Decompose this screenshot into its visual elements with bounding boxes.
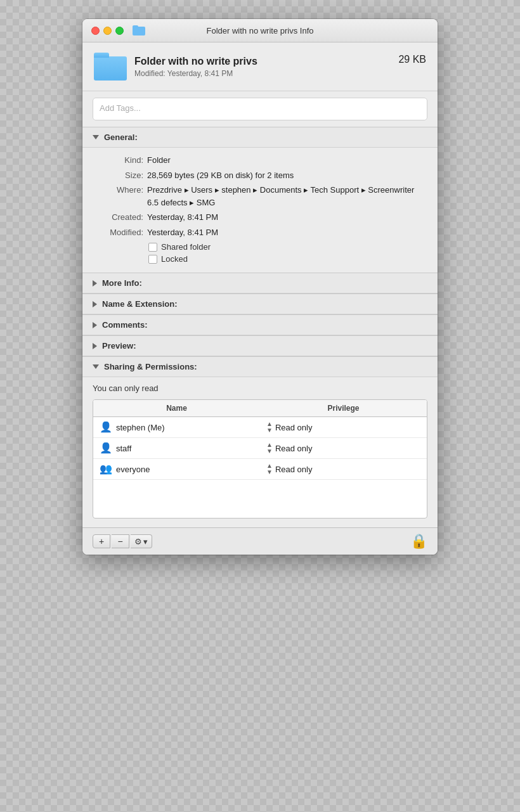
sharing-notice: You can only read bbox=[93, 383, 427, 393]
row-name-staff: 👤 staff bbox=[93, 439, 260, 457]
created-label: Created: bbox=[93, 211, 143, 224]
everyone-privilege: Read only bbox=[275, 465, 313, 474]
row-name-everyone: 👥 everyone bbox=[93, 460, 260, 478]
col-privilege-header: Privilege bbox=[260, 400, 427, 416]
single-user-icon: 👤 bbox=[100, 422, 112, 432]
bottom-toolbar: + − ⚙ ▾ 🔒 bbox=[82, 527, 438, 555]
stephen-name: stephen (Me) bbox=[116, 423, 165, 432]
general-section: General: Kind: Folder Size: 28,569 bytes… bbox=[82, 127, 438, 273]
title-bar: Folder with no write privs Info bbox=[82, 19, 438, 42]
comments-section: Comments: bbox=[82, 314, 438, 335]
chevron-down-icon: ▾ bbox=[143, 537, 148, 546]
tags-area[interactable]: Add Tags... bbox=[93, 98, 427, 120]
kind-label: Kind: bbox=[93, 154, 143, 167]
general-content: Kind: Folder Size: 28,569 bytes (29 KB o… bbox=[82, 148, 438, 273]
file-header: Folder with no write privs Modified: Yes… bbox=[82, 42, 438, 91]
traffic-lights bbox=[91, 27, 124, 35]
table-row[interactable]: 👥 everyone ▲▼ Read only bbox=[93, 459, 427, 480]
sharing-section: Sharing & Permissions: You can only read… bbox=[82, 356, 438, 527]
permissions-table: Name Privilege 👤 stephen (Me) ▲▼ bbox=[93, 399, 427, 519]
more-info-chevron-icon bbox=[93, 280, 97, 287]
comments-label: Comments: bbox=[102, 320, 148, 330]
locked-label: Locked bbox=[161, 254, 188, 264]
window-title: Folder with no write privs Info bbox=[206, 26, 313, 35]
where-row: Where: Prezdrive ▸ Users ▸ stephen ▸ Doc… bbox=[93, 184, 427, 209]
modified-value: Yesterday, 8:41 PM bbox=[147, 226, 427, 239]
finder-info-window: Folder with no write privs Info Folder w… bbox=[82, 19, 438, 555]
comments-header[interactable]: Comments: bbox=[82, 315, 438, 335]
general-chevron-icon bbox=[93, 135, 99, 139]
kind-value: Folder bbox=[147, 154, 427, 167]
name-extension-chevron-icon bbox=[93, 301, 97, 307]
preview-chevron-icon bbox=[93, 343, 97, 349]
everyone-name: everyone bbox=[116, 465, 150, 474]
modified-label: Modified: bbox=[134, 69, 166, 78]
name-extension-label: Name & Extension: bbox=[102, 299, 177, 309]
where-value: Prezdrive ▸ Users ▸ stephen ▸ Documents … bbox=[147, 184, 427, 209]
maximize-button[interactable] bbox=[115, 27, 124, 35]
shared-folder-checkbox[interactable] bbox=[148, 243, 157, 252]
modified-label: Modified: bbox=[93, 226, 143, 239]
col-name-header: Name bbox=[93, 400, 260, 416]
close-button[interactable] bbox=[91, 27, 100, 35]
table-header: Name Privilege bbox=[93, 400, 427, 417]
created-value: Yesterday, 8:41 PM bbox=[147, 211, 427, 224]
general-label: General: bbox=[104, 132, 138, 142]
add-user-button[interactable]: + bbox=[93, 534, 110, 548]
table-row[interactable]: 👤 staff ▲▼ Read only bbox=[93, 438, 427, 459]
gear-icon: ⚙ bbox=[134, 537, 142, 546]
row-privilege-everyone[interactable]: ▲▼ Read only bbox=[260, 459, 427, 479]
lock-icon[interactable]: 🔒 bbox=[410, 533, 427, 550]
table-empty-space bbox=[93, 480, 427, 518]
file-size: 29 KB bbox=[398, 54, 426, 65]
row-name-stephen: 👤 stephen (Me) bbox=[93, 418, 260, 436]
single-user-icon: 👤 bbox=[100, 443, 112, 453]
preview-section: Preview: bbox=[82, 335, 438, 356]
window-folder-icon bbox=[133, 25, 145, 35]
more-info-section: More Info: bbox=[82, 273, 438, 293]
file-info: Folder with no write privs Modified: Yes… bbox=[134, 55, 391, 77]
preview-header[interactable]: Preview: bbox=[82, 336, 438, 356]
row-privilege-staff[interactable]: ▲▼ Read only bbox=[260, 438, 427, 458]
locked-checkbox[interactable] bbox=[148, 255, 157, 264]
row-privilege-stephen[interactable]: ▲▼ Read only bbox=[260, 417, 427, 437]
multi-user-icon: 👥 bbox=[100, 464, 112, 474]
stepper-arrows-icon: ▲▼ bbox=[266, 463, 273, 475]
locked-row: Locked bbox=[148, 254, 427, 264]
name-extension-header[interactable]: Name & Extension: bbox=[82, 294, 438, 314]
shared-folder-row: Shared folder bbox=[148, 242, 427, 252]
kind-row: Kind: Folder bbox=[93, 154, 427, 167]
stephen-privilege: Read only bbox=[275, 423, 313, 432]
table-row[interactable]: 👤 stephen (Me) ▲▼ Read only bbox=[93, 417, 427, 438]
more-info-header[interactable]: More Info: bbox=[82, 273, 438, 293]
size-row: Size: 28,569 bytes (29 KB on disk) for 2… bbox=[93, 169, 427, 182]
comments-chevron-icon bbox=[93, 322, 97, 328]
more-info-label: More Info: bbox=[102, 278, 142, 288]
sharing-chevron-icon bbox=[93, 364, 99, 369]
minimize-button[interactable] bbox=[103, 27, 112, 35]
sharing-label: Sharing & Permissions: bbox=[104, 362, 197, 371]
size-label: Size: bbox=[93, 169, 143, 182]
shared-folder-label: Shared folder bbox=[161, 242, 211, 252]
size-value: 28,569 bytes (29 KB on disk) for 2 items bbox=[147, 169, 427, 182]
stepper-arrows-icon: ▲▼ bbox=[266, 442, 273, 454]
sharing-content: You can only read Name Privilege 👤 steph… bbox=[82, 377, 438, 527]
file-name: Folder with no write privs bbox=[134, 55, 391, 67]
modified-row: Modified: Yesterday, 8:41 PM bbox=[93, 226, 427, 239]
preview-label: Preview: bbox=[102, 341, 136, 351]
created-row: Created: Yesterday, 8:41 PM bbox=[93, 211, 427, 224]
sharing-header[interactable]: Sharing & Permissions: bbox=[82, 357, 438, 377]
gear-menu-button[interactable]: ⚙ ▾ bbox=[131, 534, 152, 548]
tags-placeholder: Add Tags... bbox=[100, 103, 141, 113]
staff-privilege: Read only bbox=[275, 444, 313, 453]
remove-user-button[interactable]: − bbox=[112, 534, 129, 548]
file-modified: Modified: Yesterday, 8:41 PM bbox=[134, 69, 391, 78]
where-label: Where: bbox=[93, 184, 143, 209]
toolbar-left: + − ⚙ ▾ bbox=[93, 534, 152, 548]
stepper-arrows-icon: ▲▼ bbox=[266, 421, 273, 434]
staff-name: staff bbox=[116, 444, 131, 453]
general-header[interactable]: General: bbox=[82, 127, 438, 148]
name-extension-section: Name & Extension: bbox=[82, 293, 438, 314]
modified-value: Yesterday, 8:41 PM bbox=[167, 69, 233, 78]
window-content: Folder with no write privs Modified: Yes… bbox=[82, 42, 438, 555]
